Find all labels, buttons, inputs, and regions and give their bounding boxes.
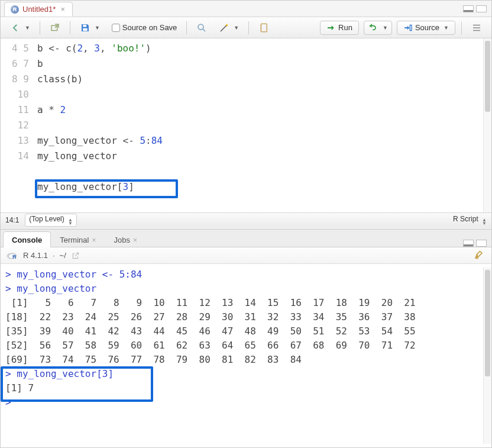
goto-dir-icon[interactable] (71, 252, 80, 260)
separator (248, 21, 249, 34)
search-icon (196, 22, 207, 33)
source-tab-strip: R Untitled1* × (1, 1, 491, 17)
r-logo-icon: R (7, 250, 18, 261)
source-label: Source (415, 23, 439, 32)
source-tab[interactable]: R Untitled1* × (4, 2, 73, 17)
source-on-save-toggle[interactable]: Source on Save (108, 21, 181, 34)
minimize-pane-icon[interactable] (463, 5, 474, 12)
console-text: > my_long_vector <- 5:84 > my_long_vecto… (5, 267, 483, 444)
pane-controls (463, 5, 491, 12)
separator (40, 21, 40, 34)
outline-button[interactable] (468, 21, 485, 35)
wand-icon (219, 22, 229, 33)
tab-terminal[interactable]: Terminal× (51, 231, 105, 247)
separator (70, 21, 70, 34)
run-icon (326, 23, 336, 33)
rerun-button[interactable]: ▼ (364, 21, 392, 35)
run-label: Run (338, 23, 352, 32)
chevron-down-icon: ▼ (23, 25, 30, 31)
source-tab-title: Untitled1* (22, 5, 56, 14)
arrow-left-icon (10, 22, 21, 33)
clear-console-icon[interactable] (472, 250, 485, 262)
notebook-icon (258, 22, 269, 33)
source-on-save-label: Source on Save (122, 23, 177, 32)
minimize-pane-icon[interactable] (463, 240, 474, 247)
updown-icon: ▲▼ (482, 218, 487, 225)
show-in-new-window-button[interactable] (46, 21, 64, 35)
popout-icon (50, 22, 60, 33)
code-content[interactable]: b <- c(2, 3, 'boo!') b class(b) a * 2 my… (37, 38, 483, 212)
tab-jobs[interactable]: Jobs× (105, 231, 145, 247)
line-gutter: 4 5 6 7 8 9 10 11 12 13 14 (1, 38, 37, 212)
chevron-down-icon: ▼ (442, 25, 449, 31)
source-toolbar: ▼ ▼ Source on Save ▼ Run (1, 17, 491, 38)
close-icon[interactable]: × (133, 236, 137, 244)
svg-rect-2 (83, 28, 88, 31)
separator (461, 21, 462, 34)
chevron-down-icon: ▼ (93, 25, 100, 31)
checkbox-icon (112, 24, 120, 32)
compile-report-button[interactable] (255, 21, 273, 35)
code-editor[interactable]: 4 5 6 7 8 9 10 11 12 13 14 b <- c(2, 3, … (1, 38, 491, 212)
svg-rect-5 (410, 25, 412, 30)
r-version: R 4.1.1 (23, 251, 48, 260)
svg-point-3 (198, 24, 203, 30)
pane-controls (463, 240, 491, 247)
run-button[interactable]: Run (320, 21, 359, 35)
svg-rect-4 (261, 24, 267, 32)
console-scrollbar[interactable] (483, 267, 491, 444)
working-dir: ~/ (60, 251, 66, 260)
file-type-selector[interactable]: R Script ▲▼ (453, 215, 487, 225)
console-output[interactable]: > my_long_vector <- 5:84 > my_long_vecto… (1, 264, 491, 447)
source-button[interactable]: Source ▼ (397, 21, 455, 35)
editor-scrollbar[interactable] (483, 38, 491, 212)
outline-icon (471, 22, 482, 33)
nav-back-button[interactable]: ▼ (7, 21, 34, 35)
chevron-down-icon: ▼ (232, 25, 239, 31)
save-button[interactable]: ▼ (76, 21, 103, 35)
source-status-bar: 14:1 (Top Level) ▲▼ R Script ▲▼ (1, 212, 491, 227)
scope-selector[interactable]: (Top Level) ▲▼ (25, 214, 77, 227)
console-header: R R 4.1.1 · ~/ (1, 247, 491, 264)
chevron-down-icon: ▼ (381, 25, 388, 31)
console-tab-strip: Console Terminal× Jobs× (1, 230, 491, 247)
tab-console[interactable]: Console (3, 231, 51, 247)
code-tools-button[interactable]: ▼ (215, 21, 242, 35)
close-icon[interactable]: × (92, 236, 96, 244)
separator (186, 21, 187, 34)
find-button[interactable] (193, 21, 211, 35)
rerun-icon (368, 23, 378, 33)
cursor-position: 14:1 (5, 216, 19, 224)
updown-icon: ▲▼ (68, 218, 73, 225)
console-sep: · (53, 251, 55, 260)
source-pane: R Untitled1* × ▼ ▼ Source on Save (1, 1, 491, 229)
close-icon[interactable]: × (59, 5, 66, 14)
maximize-pane-icon[interactable] (476, 5, 487, 12)
scope-label: (Top Level) (29, 215, 64, 223)
svg-rect-1 (83, 24, 86, 27)
source-icon (403, 23, 413, 33)
r-file-icon: R (11, 5, 19, 14)
svg-text:R: R (12, 254, 17, 260)
save-icon (80, 22, 90, 33)
file-type-label: R Script (453, 215, 478, 223)
maximize-pane-icon[interactable] (476, 240, 487, 247)
console-pane: Console Terminal× Jobs× R R 4.1.1 · ~/ >… (1, 229, 491, 447)
